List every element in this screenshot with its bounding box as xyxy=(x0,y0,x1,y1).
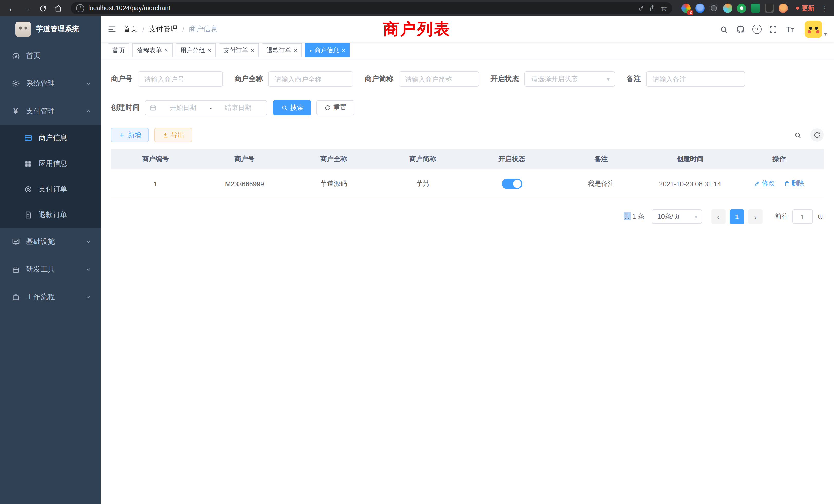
github-icon[interactable] xyxy=(736,25,745,34)
sidebar-item-label: 退款订单 xyxy=(39,210,67,220)
browser-forward-icon[interactable]: → xyxy=(21,2,34,15)
address-bar[interactable]: i localhost:1024/pay/merchant ☆ xyxy=(71,2,672,14)
extension-colorwheel-icon[interactable]: 10 xyxy=(681,4,691,13)
prev-page-button[interactable]: ‹ xyxy=(711,209,726,224)
site-info-icon[interactable]: i xyxy=(76,4,84,12)
search-button[interactable]: 搜索 xyxy=(273,100,311,115)
extension-orange-avatar-icon[interactable] xyxy=(778,4,788,13)
breadcrumb-payment[interactable]: 支付管理 xyxy=(149,25,178,34)
sidebar-item-pay-order[interactable]: 支付订单 xyxy=(0,177,101,202)
col-merchant-no: 商户号 xyxy=(200,150,289,169)
share-icon[interactable] xyxy=(650,5,657,12)
hamburger-icon[interactable] xyxy=(101,17,123,42)
full-name-input[interactable] xyxy=(268,71,353,87)
pagination-total: 共 1 条 xyxy=(624,212,644,221)
extension-avatar-icon[interactable] xyxy=(723,4,732,13)
tab-process-form[interactable]: 流程表单 × xyxy=(132,43,173,58)
cell-short-name: 芋艿 xyxy=(378,169,467,199)
close-icon[interactable]: × xyxy=(250,47,254,53)
remark-input[interactable] xyxy=(646,71,745,87)
edit-link[interactable]: 修改 xyxy=(754,179,775,188)
sidebar-logo[interactable]: 芋道管理系统 xyxy=(0,17,101,42)
app-title: 芋道管理系统 xyxy=(36,25,79,34)
next-page-button[interactable]: › xyxy=(748,209,763,224)
bookmark-star-icon[interactable]: ☆ xyxy=(661,4,667,12)
browser-update-button[interactable]: 更新 xyxy=(796,4,814,13)
dashboard-icon xyxy=(11,51,20,60)
extension-green-square-icon[interactable] xyxy=(751,4,760,13)
search-icon[interactable] xyxy=(720,25,729,34)
sidebar-item-label: 系统管理 xyxy=(26,79,55,88)
search-icon xyxy=(281,105,288,111)
sidebar-item-infra[interactable]: 基础设施 xyxy=(0,228,101,256)
add-button[interactable]: 新增 xyxy=(111,128,149,142)
tab-pay-order[interactable]: 支付订单 × xyxy=(219,43,259,58)
breadcrumb-home[interactable]: 首页 xyxy=(123,25,138,34)
export-button[interactable]: 导出 xyxy=(154,128,192,142)
merchant-no-input[interactable] xyxy=(138,71,223,87)
close-icon[interactable]: × xyxy=(294,47,297,53)
status-toggle[interactable] xyxy=(502,179,522,189)
avatar[interactable] xyxy=(805,21,822,38)
chevron-down-icon xyxy=(85,294,91,300)
close-icon[interactable]: × xyxy=(207,47,211,53)
extension-drop-icon[interactable] xyxy=(695,4,705,13)
start-date-placeholder[interactable]: 开始日期 xyxy=(159,103,207,112)
short-name-input[interactable] xyxy=(398,71,479,87)
merchant-table: 商户编号 商户号 商户全称 商户简称 开启状态 备注 创建时间 操作 1 xyxy=(111,150,824,199)
sidebar-item-label: 商户信息 xyxy=(39,134,67,143)
browser-home-icon[interactable] xyxy=(51,2,65,15)
tab-home[interactable]: 首页 xyxy=(108,43,129,58)
sidebar-item-system[interactable]: 系统管理 xyxy=(0,70,101,97)
browser-menu-icon[interactable]: ⋮ xyxy=(820,4,829,12)
user-menu[interactable]: ▾ xyxy=(805,21,827,38)
reset-button[interactable]: 重置 xyxy=(316,100,354,115)
close-icon[interactable]: × xyxy=(342,47,345,53)
tab-refund-order[interactable]: 退款订单 × xyxy=(262,43,302,58)
toolbox-icon xyxy=(11,265,20,274)
close-icon[interactable]: × xyxy=(164,47,168,53)
extension-green-circle-icon[interactable] xyxy=(737,4,746,13)
sidebar-item-workflow[interactable]: 工作流程 xyxy=(0,283,101,311)
status-select-placeholder: 请选择开启状态 xyxy=(531,74,578,84)
page-1-button[interactable]: 1 xyxy=(730,209,744,224)
tab-merchant-info[interactable]: ● 商户信息 × xyxy=(305,43,350,58)
refresh-table-icon[interactable] xyxy=(810,128,824,142)
extension-tampermonkey-icon[interactable] xyxy=(765,4,774,13)
goto-page-input[interactable] xyxy=(792,209,813,224)
sidebar-item-merchant-info[interactable]: 商户信息 xyxy=(0,125,101,151)
gear-icon xyxy=(11,79,20,88)
create-time-range-picker[interactable]: 开始日期 - 结束日期 xyxy=(145,100,267,115)
status-label: 开启状态 xyxy=(490,74,519,84)
font-size-icon[interactable]: TT xyxy=(785,25,794,34)
tab-user-group[interactable]: 用户分组 × xyxy=(176,43,216,58)
plus-icon xyxy=(118,132,125,138)
navbar-actions: ? TT ▾ xyxy=(720,21,834,38)
sidebar-item-label: 工作流程 xyxy=(26,293,55,302)
sidebar: 芋道管理系统 首页 系统管理 ¥ 支付管理 xyxy=(0,17,101,504)
url-text: localhost:1024/pay/merchant xyxy=(88,5,634,12)
sidebar-item-home[interactable]: 首页 xyxy=(0,42,101,70)
cell-actions: 修改 删除 xyxy=(734,169,824,199)
end-date-placeholder[interactable]: 结束日期 xyxy=(214,103,262,112)
active-dot-icon: ● xyxy=(310,48,312,52)
sidebar-item-payment[interactable]: ¥ 支付管理 xyxy=(0,97,101,125)
sidebar-item-dev-tools[interactable]: 研发工具 xyxy=(0,256,101,283)
browser-back-icon[interactable]: ← xyxy=(5,2,19,15)
download-icon xyxy=(162,132,169,138)
page-size-select[interactable]: 10条/页 ▾ xyxy=(652,209,702,224)
password-key-icon[interactable] xyxy=(638,5,645,12)
fullscreen-icon[interactable] xyxy=(769,25,778,34)
browser-refresh-icon[interactable] xyxy=(36,2,49,15)
status-select[interactable]: 请选择开启状态 ▾ xyxy=(524,71,615,87)
sidebar-item-refund-order[interactable]: 退款订单 xyxy=(0,202,101,228)
sidebar-item-app-info[interactable]: 应用信息 xyxy=(0,151,101,177)
full-name-label: 商户全称 xyxy=(234,74,263,84)
toggle-search-icon[interactable] xyxy=(791,128,804,142)
delete-link[interactable]: 删除 xyxy=(784,179,804,188)
help-icon[interactable]: ? xyxy=(752,25,762,34)
briefcase-icon xyxy=(11,293,20,301)
sidebar-item-label: 支付管理 xyxy=(26,107,55,116)
tab-label: 流程表单 xyxy=(137,46,162,55)
extension-dark-circle-icon[interactable] xyxy=(709,4,719,13)
